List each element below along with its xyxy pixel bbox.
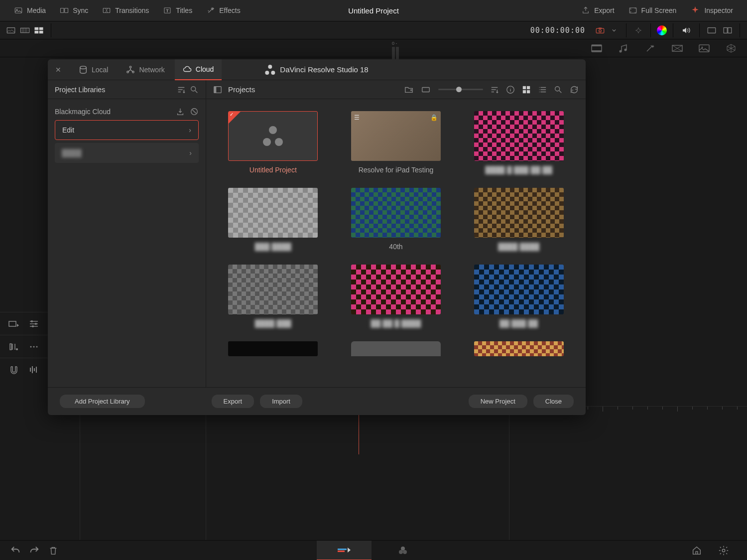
playhead[interactable]: [359, 415, 359, 454]
home-icon[interactable]: [691, 545, 702, 556]
view-media-icon[interactable]: [5, 26, 17, 35]
tab-local[interactable]: Local: [71, 59, 116, 80]
new-folder-icon[interactable]: [404, 85, 413, 94]
project-item[interactable]: [347, 341, 445, 356]
svg-point-60: [555, 86, 560, 91]
svg-rect-40: [338, 549, 347, 550]
video-media-icon[interactable]: [591, 43, 603, 53]
panel-toggle-icon[interactable]: [213, 85, 222, 94]
project-title: Untitled Project: [348, 6, 399, 15]
picture-icon[interactable]: [706, 26, 718, 35]
svg-rect-41: [338, 551, 345, 552]
close-icon[interactable]: ✕: [53, 64, 64, 75]
camera-dropdown-icon[interactable]: [608, 26, 620, 35]
project-name: 40th: [389, 243, 402, 251]
settings-icon[interactable]: [718, 545, 729, 556]
titles-button[interactable]: T Titles: [157, 3, 198, 18]
list-view-icon[interactable]: [538, 85, 547, 94]
view-strip-icon[interactable]: [19, 26, 31, 35]
aspect-icon[interactable]: [420, 85, 431, 94]
project-item[interactable]: ████ █ ███ ██ ██: [470, 111, 568, 174]
project-item[interactable]: ██ ██ █ ████: [347, 265, 445, 327]
project-thumbnail: ☰ 🔒: [351, 111, 441, 161]
info-icon[interactable]: [506, 85, 515, 94]
tab-network[interactable]: Network: [118, 59, 172, 80]
sync-button[interactable]: Sync: [54, 3, 94, 18]
search-icon[interactable]: [190, 85, 199, 94]
colorwheel-icon[interactable]: [657, 25, 667, 35]
tab-cloud-label: Cloud: [196, 65, 214, 73]
add-library-button[interactable]: Add Project Library: [60, 395, 145, 408]
project-item[interactable]: [470, 341, 568, 356]
project-thumbnail: [228, 265, 318, 314]
sort-icon[interactable]: [177, 85, 186, 94]
view-thumbnail-icon[interactable]: [33, 26, 45, 35]
download-icon[interactable]: [176, 107, 185, 116]
tab-cloud[interactable]: Cloud: [175, 59, 222, 80]
insert-tool-icon[interactable]: [8, 319, 20, 329]
effects-button[interactable]: Effects: [200, 3, 247, 18]
library-item-edit[interactable]: Edit ›: [55, 120, 199, 140]
project-item[interactable]: ██ ███ ██: [470, 265, 568, 327]
zoom-slider[interactable]: [438, 89, 483, 90]
svg-point-15: [599, 29, 602, 32]
svg-point-44: [403, 550, 407, 554]
transitions-button[interactable]: Transitions: [96, 3, 155, 18]
project-item[interactable]: ████ ████: [470, 188, 568, 251]
close-modal-button[interactable]: Close: [533, 395, 574, 408]
dots-tool-icon[interactable]: [28, 342, 40, 352]
refresh-icon[interactable]: [570, 85, 579, 94]
sort-projects-icon[interactable]: [490, 85, 499, 94]
svg-rect-18: [724, 27, 727, 33]
modal-footer: Add Project Library Export Import New Pr…: [48, 387, 586, 415]
split-icon[interactable]: [722, 26, 734, 35]
svg-point-35: [36, 346, 38, 347]
new-project-button[interactable]: New Project: [469, 395, 527, 408]
color-page-tab[interactable]: [375, 541, 430, 560]
svg-rect-28: [9, 321, 16, 326]
import-project-button[interactable]: Import: [260, 395, 302, 408]
disconnect-icon[interactable]: [190, 107, 199, 116]
effects-icon: [206, 6, 215, 15]
project-item[interactable]: 40th: [347, 188, 445, 251]
audio-media-icon[interactable]: [618, 43, 629, 53]
fullscreen-button[interactable]: Full Screen: [622, 3, 683, 18]
magnet-tool-icon[interactable]: [8, 365, 20, 375]
search-projects-icon[interactable]: [554, 85, 563, 94]
projects-header: Projects: [228, 85, 255, 94]
transition-media-icon[interactable]: [671, 43, 683, 53]
project-item[interactable]: Untitled Project: [224, 111, 322, 174]
svg-point-33: [30, 346, 32, 347]
svg-rect-21: [592, 45, 602, 46]
trash-icon[interactable]: [48, 545, 59, 556]
media-button[interactable]: Media: [8, 3, 52, 18]
media-label: Media: [27, 6, 46, 14]
export-button[interactable]: Export: [575, 3, 620, 18]
image-media-icon[interactable]: [698, 43, 710, 53]
svg-point-34: [33, 346, 35, 347]
camera-icon[interactable]: [594, 26, 606, 35]
project-item[interactable]: ███ ████: [224, 188, 322, 251]
sparkle-tool-icon[interactable]: [632, 26, 644, 35]
effect-media-icon[interactable]: [644, 43, 656, 53]
undo-icon[interactable]: [10, 545, 21, 556]
grid-view-icon[interactable]: [522, 85, 531, 94]
project-item[interactable]: [224, 341, 322, 356]
redo-icon[interactable]: [29, 545, 40, 556]
svg-point-46: [80, 66, 87, 68]
library-item[interactable]: ████ ›: [55, 143, 199, 163]
projects-grid: Untitled Project ☰ 🔒 Resolve for iPad Te…: [206, 99, 586, 387]
project-item[interactable]: ████ ███: [224, 265, 322, 327]
inspector-button[interactable]: Inspector: [684, 2, 739, 18]
export-project-button[interactable]: Export: [212, 395, 254, 408]
3d-media-icon[interactable]: [725, 43, 737, 53]
project-thumbnail: [351, 188, 441, 238]
sliders-tool-icon[interactable]: [28, 319, 40, 329]
blade-tool-icon[interactable]: [8, 342, 20, 352]
project-item[interactable]: ☰ 🔒 Resolve for iPad Testing: [347, 111, 445, 174]
cut-page-tab[interactable]: [317, 541, 372, 560]
timecode-display[interactable]: 00:00:00:00: [530, 26, 585, 35]
bottom-bar: [0, 540, 747, 560]
audio-tool-icon[interactable]: [28, 365, 40, 375]
speaker-icon[interactable]: [679, 26, 693, 35]
